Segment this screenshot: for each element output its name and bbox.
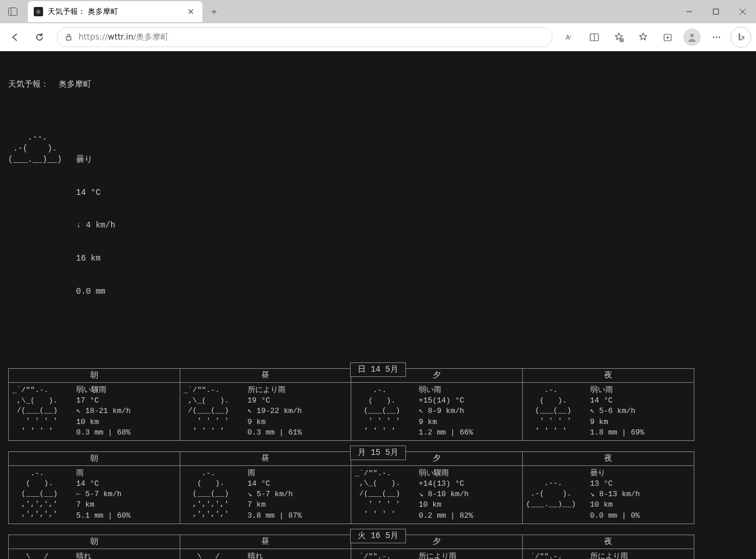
forecast-ascii-icon: .--. .-( ). (___.__)__) xyxy=(526,468,590,521)
forecast-period-header: 朝 xyxy=(9,369,180,383)
forecast-temp: +14(13) °C xyxy=(419,479,519,489)
current-condition: 曇り xyxy=(76,154,115,165)
forecast-temp: 14 °C xyxy=(76,479,176,489)
window-minimize-button[interactable] xyxy=(676,0,702,23)
window-maximize-button[interactable] xyxy=(702,0,729,23)
forecast-wind: ↖ 5-6 km/h xyxy=(590,406,691,416)
current-temp: 14 °C xyxy=(76,187,115,198)
forecast-ascii-icon: _`/"".-. ,\_( ). /(___(__) ' ' ' ' ' ' '… xyxy=(184,385,248,438)
forecast-wind: ↘ 8-13 km/h xyxy=(590,489,691,500)
forecast-ascii-icon: _`/"".-. ,\_( ). /(___(__) ' ' ' ' ' ' '… xyxy=(355,551,419,559)
forecast-visibility: 10 km xyxy=(76,417,176,428)
address-bar: https://wttr.in/奥多摩町 A⁾ xyxy=(0,23,756,51)
forecast-visibility: 9 km xyxy=(590,417,691,428)
forecast-temp: 14 °C xyxy=(248,479,348,489)
svg-point-17 xyxy=(713,37,715,38)
forecast-period-header: 夜 xyxy=(523,535,694,549)
forecast-period-header: 朝 xyxy=(9,452,180,466)
favicon-icon: ☼ xyxy=(34,7,43,16)
forecast-visibility: 9 km xyxy=(419,417,519,428)
forecast-date: 月 15 5月 xyxy=(350,446,406,460)
forecast-temp: +15(14) °C xyxy=(419,396,519,406)
refresh-button[interactable] xyxy=(29,27,50,48)
forecast-wind: ↘ 5-7 km/h xyxy=(248,489,348,500)
forecast-visibility: 7 km xyxy=(248,500,348,510)
forecast-wind: ← 5-7 km/h xyxy=(76,489,176,500)
tab-close-button[interactable]: ✕ xyxy=(185,5,197,19)
forecast-ascii-icon: _`/"".-. ,\_( ). /(___(__) ' ' ' ' ' ' '… xyxy=(526,551,590,559)
forecast-ascii-icon: _`/"".-. ,\_( ). /(___(__) ' ' ' ' ' ' '… xyxy=(355,468,419,521)
forecast-cell: _`/"".-. ,\_( ). /(___(__) ' ' ' ' ' ' '… xyxy=(9,383,180,440)
forecast-cell: _`/"".-. ,\_( ). /(___(__) ' ' ' ' ' ' '… xyxy=(351,466,523,524)
forecast-ascii-icon: .-. ( ). (___(__) ' ' ' ' ' ' ' ' xyxy=(355,385,419,438)
page-content: 天気予報： 奥多摩町 .--. .-( ). (___.__)__) 曇り 14… xyxy=(0,51,756,559)
forecast-condition: 晴れ xyxy=(248,551,348,559)
forecast-cell: .--. .-( ). (___.__)__) 曇り13 °C↘ 8-13 km… xyxy=(523,466,694,524)
forecast-cell: _`/"".-. ,\_( ). /(___(__) ' ' ' ' ' ' '… xyxy=(351,549,523,559)
forecast-condition: 晴れ xyxy=(76,551,176,559)
forecast-visibility: 10 km xyxy=(419,500,519,510)
current-visibility: 16 km xyxy=(76,253,115,264)
svg-point-16 xyxy=(690,34,694,37)
forecast-period-header: 昼 xyxy=(180,452,352,466)
forecast-cell: _`/"".-. ,\_( ). /(___(__) ' ' ' ' ' ' '… xyxy=(180,383,352,440)
svg-rect-6 xyxy=(66,37,71,40)
browser-tab[interactable]: ☼ 天気予報： 奥多摩町 ✕ xyxy=(28,1,202,22)
more-button[interactable] xyxy=(706,27,727,48)
forecast-condition: 弱い雨 xyxy=(419,385,519,396)
reading-mode-button[interactable] xyxy=(584,27,605,48)
forecast-period-header: 朝 xyxy=(9,535,180,549)
back-button[interactable] xyxy=(5,27,26,48)
forecast-days: 日 14 5月朝昼夕夜_`/"".-. ,\_( ). /(___(__) ' … xyxy=(8,368,748,559)
forecast-precip: 0.3 mm | 61% xyxy=(248,428,348,438)
forecast-ascii-icon: .-. ( ). (___(__) ' ' ' ' ' ' ' ' xyxy=(526,385,590,438)
page-title: 天気予報： 奥多摩町 xyxy=(8,79,748,90)
forecast-date: 日 14 5月 xyxy=(350,362,406,377)
current-precip: 0.0 mm xyxy=(76,286,115,297)
forecast-cell: \ / .-. - ( ) - `-' / \ 晴れ22 °C← 12-14 k… xyxy=(180,549,352,559)
forecast-ascii-icon: .-. ( ). (___(__) ,',',',' ,',',',' xyxy=(184,468,248,521)
tab-actions-button[interactable] xyxy=(2,1,23,22)
forecast-temp: 17 °C xyxy=(76,396,176,406)
favorites-button[interactable] xyxy=(633,27,654,48)
forecast-precip: 5.1 mm | 60% xyxy=(76,511,176,521)
forecast-precip: 0.0 mm | 0% xyxy=(590,511,691,521)
lock-icon xyxy=(63,33,74,41)
add-favorite-button[interactable] xyxy=(608,27,629,48)
forecast-condition: 曇り xyxy=(590,468,691,479)
forecast-cell: .-. ( ). (___(__) ' ' ' ' ' ' ' ' 弱い雨14 … xyxy=(523,383,694,440)
forecast-period-header: 夜 xyxy=(523,452,694,466)
forecast-cell: _`/"".-. ,\_( ). /(___(__) ' ' ' ' ' ' '… xyxy=(523,549,694,559)
bing-button[interactable] xyxy=(730,27,751,48)
forecast-condition: 弱い驟雨 xyxy=(76,385,176,396)
forecast-cell: \ / .-. - ( ) - `-' / \ 晴れ18 °C← 4-5 km/… xyxy=(9,549,180,559)
url-input[interactable]: https://wttr.in/奥多摩町 xyxy=(57,27,552,47)
forecast-visibility: 9 km xyxy=(248,417,348,428)
svg-rect-0 xyxy=(9,8,17,16)
forecast-period-header: 夜 xyxy=(523,369,694,383)
forecast-precip: 0.3 mm | 68% xyxy=(76,428,176,438)
forecast-ascii-icon: _`/"".-. ,\_( ). /(___(__) ' ' ' ' ' ' '… xyxy=(12,385,76,438)
forecast-condition: 所により雨 xyxy=(590,551,691,559)
forecast-precip: 3.8 mm | 87% xyxy=(248,511,348,521)
forecast-wind: ↖ 19-22 km/h xyxy=(248,406,348,416)
current-wind: ↓ 4 km/h xyxy=(76,220,115,231)
read-aloud-button[interactable]: A⁾ xyxy=(559,27,580,48)
forecast-period-header: 昼 xyxy=(180,369,352,383)
forecast-period-header: 昼 xyxy=(180,535,352,549)
forecast-precip: 0.2 mm | 82% xyxy=(419,511,519,521)
tab-title: 天気予報： 奥多摩町 xyxy=(48,6,185,17)
forecast-cell: .-. ( ). (___(__) ' ' ' ' ' ' ' ' 弱い雨+15… xyxy=(351,383,523,440)
window-titlebar: ☼ 天気予報： 奥多摩町 ✕ ＋ xyxy=(0,0,756,23)
url-text: https://wttr.in/奥多摩町 xyxy=(79,32,546,42)
forecast-cell: .-. ( ). (___(__) ,',',',' ,',',',' 雨14 … xyxy=(180,466,352,524)
svg-point-18 xyxy=(716,37,718,38)
forecast-wind: ↖ 18-21 km/h xyxy=(76,406,176,416)
window-close-button[interactable] xyxy=(729,0,756,23)
forecast-visibility: 7 km xyxy=(76,500,176,510)
forecast-temp: 14 °C xyxy=(590,396,691,406)
forecast-condition: 弱い雨 xyxy=(590,385,691,396)
collections-button[interactable] xyxy=(657,27,678,48)
new-tab-button[interactable]: ＋ xyxy=(206,3,222,20)
profile-button[interactable] xyxy=(682,27,702,48)
